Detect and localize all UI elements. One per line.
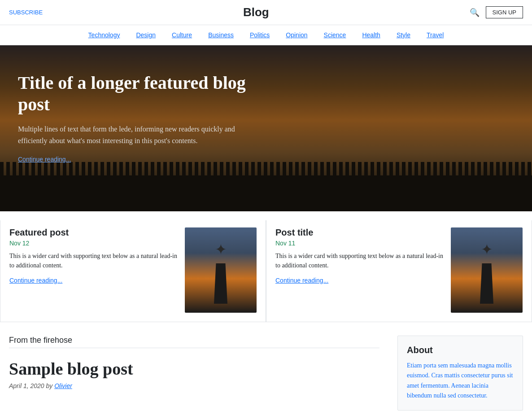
nav-item-opinion[interactable]: Opinion <box>278 30 315 40</box>
main-right: About Etiam porta sem malesuada magna mo… <box>388 322 532 415</box>
card-1-title: Featured post <box>9 227 178 238</box>
about-title: About <box>407 345 514 355</box>
hero-section: Title of a longer featured blog post Mul… <box>0 45 532 211</box>
nav-item-politics[interactable]: Politics <box>242 30 278 40</box>
nav-item-design[interactable]: Design <box>128 30 164 40</box>
subscribe-link[interactable]: SUBSCRIBE <box>9 9 43 16</box>
card-1-body: This is a wider card with supporting tex… <box>9 251 178 270</box>
blog-post-author-link[interactable]: Olivier <box>54 382 72 389</box>
card-2-body: This is a wider card with supporting tex… <box>275 251 444 270</box>
site-title: Blog <box>243 5 269 19</box>
card-2-continue-link[interactable]: Continue reading... <box>275 277 328 284</box>
hero-content: Title of a longer featured blog post Mul… <box>18 72 260 163</box>
main-left: From the firehose Sample blog post April… <box>0 322 388 415</box>
card-2-text: Post title Nov 11 This is a wider card w… <box>275 227 444 284</box>
hero-title: Title of a longer featured blog post <box>18 72 260 115</box>
search-icon[interactable]: 🔍 <box>470 8 480 17</box>
nav-item-culture[interactable]: Culture <box>164 30 200 40</box>
top-bar-right: 🔍 SIGN UP <box>470 6 523 18</box>
nav-item-technology[interactable]: Technology <box>80 30 128 40</box>
about-text: Etiam porta sem malesuada magna mollis e… <box>407 361 514 401</box>
card-1-text: Featured post Nov 12 This is a wider car… <box>9 227 178 284</box>
nav-item-style[interactable]: Style <box>388 30 419 40</box>
nav-bar: Technology Design Culture Business Polit… <box>0 25 532 45</box>
card-2-date: Nov 11 <box>275 240 444 247</box>
card-2-image <box>451 227 523 313</box>
hero-description: Multiple lines of text that form the led… <box>18 123 260 146</box>
signup-button[interactable]: SIGN UP <box>486 6 523 18</box>
card-1-date: Nov 12 <box>9 240 178 247</box>
card-2-image-inner <box>451 227 523 313</box>
nav-item-travel[interactable]: Travel <box>419 30 452 40</box>
blog-post-meta-prefix: April 1, 2020 by <box>9 382 52 389</box>
card-2-title: Post title <box>275 227 444 238</box>
blog-post-title: Sample blog post <box>9 359 379 379</box>
card-1-continue-link[interactable]: Continue reading... <box>9 277 62 284</box>
top-bar: SUBSCRIBE Blog 🔍 SIGN UP <box>0 0 532 25</box>
about-box: About Etiam porta sem malesuada magna mo… <box>397 336 523 411</box>
nav-item-business[interactable]: Business <box>200 30 242 40</box>
blog-post-meta: April 1, 2020 by Olivier <box>9 382 379 389</box>
nav-item-science[interactable]: Science <box>316 30 354 40</box>
card-1-image <box>185 227 257 313</box>
main-section: From the firehose Sample blog post April… <box>0 322 532 415</box>
section-label: From the firehose <box>9 336 379 345</box>
cards-section: Featured post Nov 12 This is a wider car… <box>0 211 532 322</box>
nav-item-health[interactable]: Health <box>354 30 388 40</box>
featured-card-1: Featured post Nov 12 This is a wider car… <box>0 220 266 322</box>
section-divider <box>9 348 379 348</box>
featured-card-2: Post title Nov 11 This is a wider card w… <box>266 220 532 322</box>
card-1-image-inner <box>185 227 257 313</box>
hero-continue-reading-link[interactable]: Continue reading... <box>18 156 71 163</box>
